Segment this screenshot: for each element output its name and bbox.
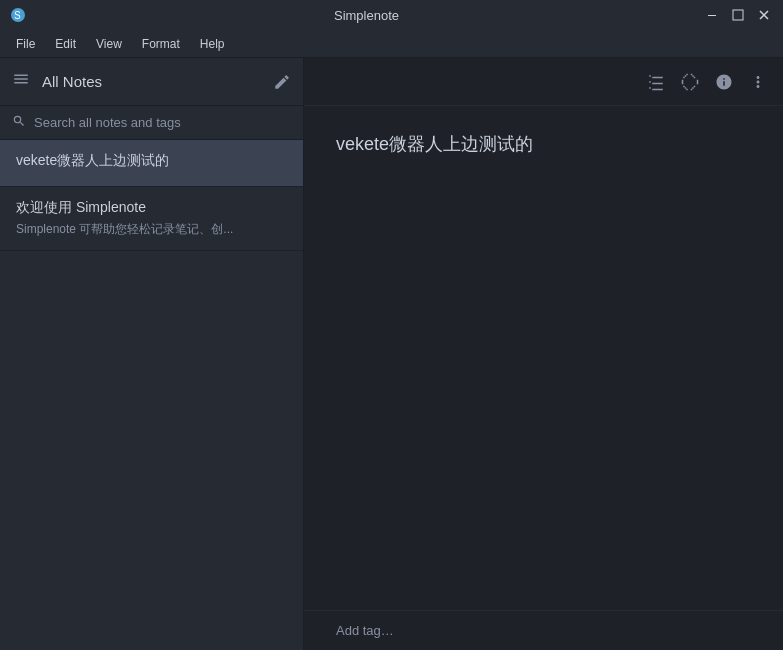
menu-edit[interactable]: Edit	[47, 35, 84, 53]
add-tag-label: Add tag…	[336, 623, 394, 638]
search-input[interactable]	[34, 115, 291, 130]
add-tag-bar[interactable]: Add tag…	[304, 610, 783, 650]
search-icon	[12, 114, 26, 131]
checklist-icon[interactable]	[647, 73, 665, 91]
minimize-button[interactable]	[703, 6, 721, 24]
sidebar-header-left: All Notes	[12, 70, 102, 93]
maximize-button[interactable]	[729, 6, 747, 24]
app-icon: S	[10, 5, 30, 25]
sidebar-header-icons	[273, 73, 291, 91]
focus-icon[interactable]	[681, 73, 699, 91]
title-bar: S Simplenote	[0, 0, 783, 30]
info-icon[interactable]	[715, 73, 733, 91]
note-item[interactable]: vekete微器人上边测试的	[0, 140, 303, 187]
search-bar	[0, 106, 303, 140]
note-item[interactable]: 欢迎使用 Simplenote Simplenote 可帮助您轻松记录笔记、创.…	[0, 187, 303, 251]
menu-view[interactable]: View	[88, 35, 130, 53]
note-preview: Simplenote 可帮助您轻松记录笔记、创...	[16, 221, 287, 238]
menu-file[interactable]: File	[8, 35, 43, 53]
sidebar-title: All Notes	[42, 73, 102, 90]
more-icon[interactable]	[749, 73, 767, 91]
editor-toolbar	[304, 58, 783, 106]
close-button[interactable]	[755, 6, 773, 24]
editor-note-text: vekete微器人上边测试的	[336, 130, 751, 159]
hamburger-icon[interactable]	[12, 70, 30, 93]
window-controls[interactable]	[703, 6, 773, 24]
svg-text:S: S	[14, 10, 21, 21]
editor: vekete微器人上边测试的 Add tag…	[304, 58, 783, 650]
main-content: All Notes vekete微器人上边测试的	[0, 58, 783, 650]
note-title: vekete微器人上边测试的	[16, 152, 287, 170]
editor-content[interactable]: vekete微器人上边测试的	[304, 106, 783, 610]
new-note-button[interactable]	[273, 73, 291, 91]
svg-rect-2	[733, 10, 743, 20]
menu-help[interactable]: Help	[192, 35, 233, 53]
notes-list: vekete微器人上边测试的 欢迎使用 Simplenote Simplenot…	[0, 140, 303, 650]
menu-bar: File Edit View Format Help	[0, 30, 783, 58]
menu-format[interactable]: Format	[134, 35, 188, 53]
window-title: Simplenote	[30, 8, 703, 23]
sidebar: All Notes vekete微器人上边测试的	[0, 58, 304, 650]
sidebar-header: All Notes	[0, 58, 303, 106]
note-title: 欢迎使用 Simplenote	[16, 199, 287, 217]
